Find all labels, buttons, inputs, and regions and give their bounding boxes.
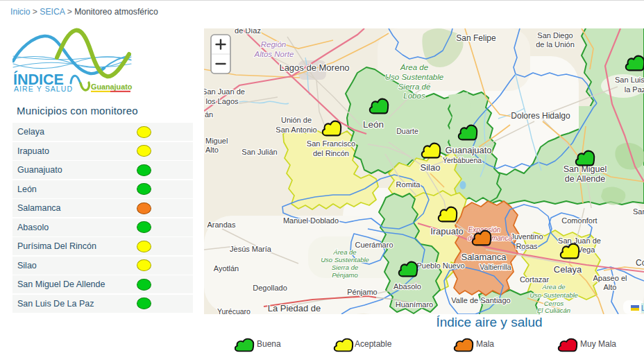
svg-text:Lobos: Lobos <box>403 92 425 100</box>
svg-text:Abasolo: Abasolo <box>393 282 421 291</box>
svg-text:La Piedad de: La Piedad de <box>268 303 321 313</box>
svg-text:San Felipe: San Felipe <box>456 33 496 43</box>
svg-text:del Rincón: del Rincón <box>313 149 349 157</box>
svg-text:Salamanca: Salamanca <box>461 252 507 262</box>
svg-text:San Juan de: San Juan de <box>558 236 601 245</box>
svg-text:Valle de Santiago: Valle de Santiago <box>451 296 510 304</box>
svg-text:Arandas: Arandas <box>207 221 236 229</box>
svg-text:de Allende: de Allende <box>565 174 605 184</box>
svg-text:Área de: Área de <box>400 63 428 71</box>
svg-text:San Juan de: San Juan de <box>204 87 245 96</box>
svg-text:San Antonio: San Antonio <box>276 126 316 134</box>
svg-text:Yerbábuena: Yerbábuena <box>443 156 482 164</box>
svg-text:Área de: Área de <box>541 283 565 291</box>
svg-text:los Lagos: los Lagos <box>205 97 239 105</box>
svg-text:Sierra de: Sierra de <box>332 264 359 271</box>
svg-text:de Díaz: de Díaz <box>235 28 261 35</box>
svg-text:Uso Sustentable: Uso Sustentable <box>385 73 443 81</box>
svg-text:AIRE Y SALUD: AIRE Y SALUD <box>14 85 73 93</box>
svg-text:Romita: Romita <box>396 180 421 189</box>
svg-text:Valtierrilla: Valtierrilla <box>480 263 511 271</box>
svg-text:Unión de: Unión de <box>281 116 312 124</box>
svg-text:Jesús María: Jesús María <box>230 245 272 253</box>
svg-text:Pénjamo: Pénjamo <box>332 271 358 279</box>
svg-text:Lagos de Moreno: Lagos de Moreno <box>279 62 349 73</box>
svg-text:Pueblo Nuevo: Pueblo Nuevo <box>416 261 464 270</box>
svg-text:Miguel: Miguel <box>205 137 228 145</box>
svg-text:Manuel Doblado: Manuel Doblado <box>283 216 339 225</box>
svg-text:Altos Norte: Altos Norte <box>254 50 294 58</box>
svg-text:Área de: Área de <box>332 248 356 256</box>
svg-text:Irapuato: Irapuato <box>430 226 464 236</box>
svg-text:Alto: Alto <box>604 283 617 291</box>
svg-text:Huanímaro: Huanímaro <box>396 300 433 309</box>
svg-text:Ayotlán: Ayotlán <box>214 264 239 273</box>
svg-text:El Culiacán: El Culiacán <box>537 307 570 314</box>
svg-text:Duarte: Duarte <box>396 127 418 135</box>
svg-text:án: án <box>205 110 213 119</box>
svg-text:de la Unión: de la Unión <box>536 40 575 49</box>
svg-text:Cuerámaro: Cuerámaro <box>355 241 393 249</box>
svg-text:Guanajuato: Guanajuato <box>91 83 133 91</box>
svg-text:Alto: Alto <box>205 146 219 154</box>
svg-text:Región: Región <box>261 40 286 49</box>
svg-text:Juventino: Juventino <box>510 232 543 241</box>
svg-text:Uso Sustentable: Uso Sustentable <box>321 256 369 264</box>
svg-text:Degollado: Degollado <box>253 284 287 292</box>
svg-text:Pénjamo: Pénjamo <box>347 288 377 296</box>
svg-text:San Luis d: San Luis d <box>615 76 644 84</box>
svg-text:San Ja: San Ja <box>633 207 644 216</box>
svg-text:San Francisco: San Francisco <box>307 139 355 148</box>
svg-text:Yurécuaro: Yurécuaro <box>217 307 251 314</box>
svg-text:Apaseo el: Apaseo el <box>593 274 627 282</box>
svg-text:Dolores Hidalgo: Dolores Hidalgo <box>511 111 570 121</box>
svg-text:Silao: Silao <box>421 162 441 173</box>
svg-text:Comonfort: Comonfort <box>561 216 597 225</box>
svg-text:San Diego: San Diego <box>537 31 573 40</box>
svg-text:Cor: Cor <box>636 258 644 268</box>
svg-text:Rosas: Rosas <box>516 242 538 250</box>
svg-text:Guanajuato: Guanajuato <box>445 145 491 155</box>
svg-text:la Paz: la Paz <box>625 85 644 94</box>
svg-text:San Julián: San Julián <box>242 148 277 156</box>
svg-text:Sierra de: Sierra de <box>398 83 431 91</box>
svg-text:Uso Sustentable: Uso Sustentable <box>529 291 578 299</box>
svg-text:L: L <box>641 304 644 312</box>
svg-text:Celaya: Celaya <box>554 264 582 275</box>
svg-text:León: León <box>363 119 384 130</box>
